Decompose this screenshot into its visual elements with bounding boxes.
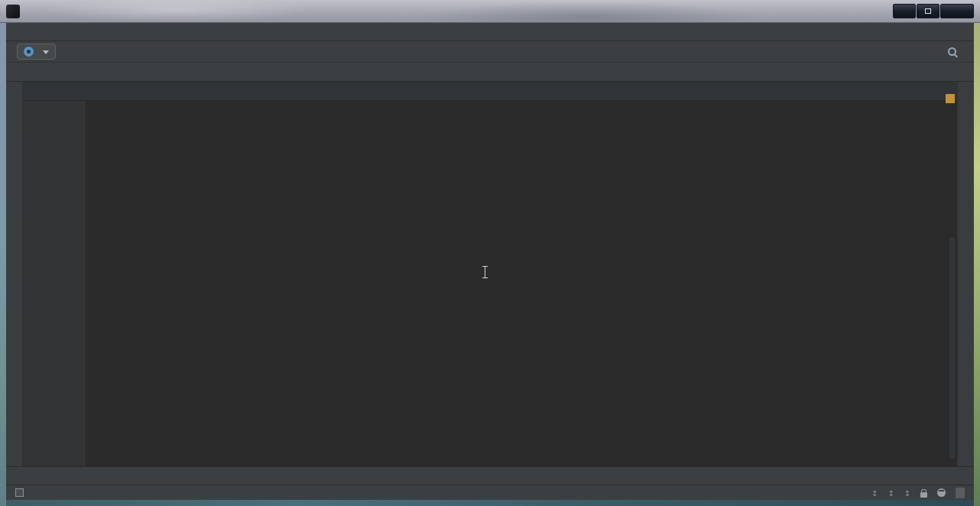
- hector-inspector-icon[interactable]: [937, 488, 946, 497]
- window-controls: [893, 4, 974, 18]
- maximize-button[interactable]: [917, 4, 939, 18]
- search-icon: [947, 47, 958, 57]
- status-bar: ↕ ↕ ↕: [6, 485, 974, 500]
- window-frame-left: [0, 23, 6, 506]
- bottom-tool-window-bar: [6, 466, 974, 485]
- memory-used: [956, 488, 965, 498]
- minimize-button[interactable]: [893, 4, 916, 18]
- editor-tabs: [23, 82, 957, 101]
- maximize-icon: [925, 8, 931, 14]
- updown-icon: ↕: [888, 489, 894, 498]
- menu-bar: [6, 23, 974, 41]
- run-config-combo[interactable]: [17, 44, 56, 60]
- main-toolbar: [6, 41, 974, 63]
- encoding-selector[interactable]: ↕: [888, 488, 894, 498]
- code-editor[interactable]: [23, 101, 957, 466]
- gear-icon: [24, 47, 34, 57]
- lock-icon[interactable]: [920, 492, 927, 498]
- memory-indicator[interactable]: [956, 488, 965, 498]
- updown-icon: ↕: [871, 489, 878, 498]
- title-bar[interactable]: [0, 0, 980, 23]
- updown-icon: ↕: [904, 489, 910, 498]
- search-everywhere-button[interactable]: [943, 43, 962, 60]
- left-tool-window-bar: [6, 82, 23, 466]
- window-frame-right: [974, 23, 980, 506]
- app-logo-icon: [6, 5, 20, 18]
- chevron-down-icon: [43, 50, 49, 57]
- main-area: [6, 82, 974, 466]
- breadcrumb: [6, 63, 974, 82]
- tool-window-toggle-icon[interactable]: [15, 488, 24, 497]
- ide-window: ↕ ↕ ↕: [0, 0, 980, 506]
- right-tool-window-bar: [957, 82, 974, 466]
- close-button[interactable]: [940, 4, 974, 18]
- window-frame-bottom: [6, 500, 974, 506]
- vcs-branch-selector[interactable]: ↕: [904, 488, 910, 498]
- editor-column: [23, 82, 957, 466]
- toolbar-items: [12, 44, 943, 60]
- mouse-cursor-ibeam: [482, 266, 488, 279]
- inspection-status-icon[interactable]: [946, 94, 955, 103]
- editor-scrollbar[interactable]: [949, 237, 955, 459]
- line-separator-selector[interactable]: ↕: [871, 488, 878, 498]
